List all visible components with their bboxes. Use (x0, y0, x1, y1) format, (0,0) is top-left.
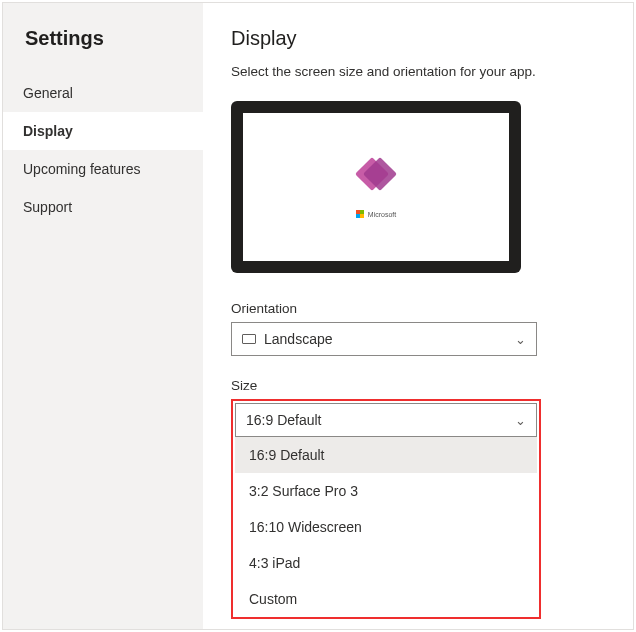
page-title: Display (231, 27, 605, 50)
orientation-select[interactable]: Landscape ⌄ (231, 322, 537, 356)
orientation-label: Orientation (231, 301, 605, 316)
landscape-icon (242, 334, 256, 344)
main-panel: Display Select the screen size and orien… (203, 3, 633, 629)
device-screen: Microsoft (243, 113, 509, 261)
size-highlight-box: 16:9 Default ⌄ 16:9 Default 3:2 Surface … (231, 399, 541, 619)
size-value: 16:9 Default (246, 412, 322, 428)
powerapps-icon (358, 156, 394, 192)
device-preview: Microsoft (231, 101, 521, 273)
size-option-4-3-ipad[interactable]: 4:3 iPad (235, 545, 537, 581)
orientation-value: Landscape (264, 331, 333, 347)
size-option-16-9-default[interactable]: 16:9 Default (235, 437, 537, 473)
size-option-3-2-surface-pro-3[interactable]: 3:2 Surface Pro 3 (235, 473, 537, 509)
settings-window: Settings General Display Upcoming featur… (2, 2, 634, 630)
sidebar: Settings General Display Upcoming featur… (3, 3, 203, 629)
page-subtitle: Select the screen size and orientation f… (231, 64, 605, 79)
obscured-text-2: between height (545, 603, 633, 619)
sidebar-item-support[interactable]: Support (3, 188, 203, 226)
size-select[interactable]: 16:9 Default ⌄ (235, 403, 537, 437)
microsoft-logo-icon (356, 210, 364, 218)
microsoft-brand-text: Microsoft (368, 211, 396, 218)
size-label: Size (231, 378, 605, 393)
sidebar-item-display[interactable]: Display (3, 112, 203, 150)
obscured-text-1: his off allows (545, 483, 625, 499)
size-option-16-10-widescreen[interactable]: 16:10 Widescreen (235, 509, 537, 545)
chevron-down-icon: ⌄ (515, 413, 526, 428)
microsoft-brand: Microsoft (356, 210, 396, 218)
sidebar-item-general[interactable]: General (3, 74, 203, 112)
chevron-down-icon: ⌄ (515, 332, 526, 347)
size-dropdown: 16:9 Default 3:2 Surface Pro 3 16:10 Wid… (235, 437, 537, 617)
sidebar-item-upcoming-features[interactable]: Upcoming features (3, 150, 203, 188)
sidebar-title: Settings (3, 21, 203, 74)
size-option-custom[interactable]: Custom (235, 581, 537, 617)
